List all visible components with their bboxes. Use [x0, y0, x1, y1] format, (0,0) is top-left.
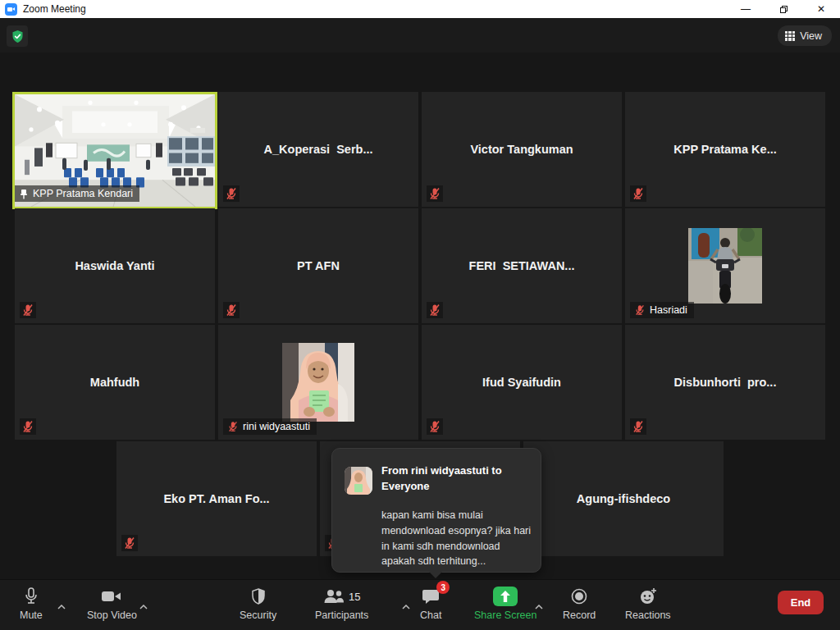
stop-video-button[interactable]: Stop Video: [87, 587, 137, 621]
reactions-button[interactable]: Reactions: [625, 587, 671, 621]
participant-tile[interactable]: Haswida Yanti: [15, 208, 215, 323]
chat-button[interactable]: 3 Chat: [420, 587, 441, 621]
participant-name-chip: KPP Pratama Kendari: [15, 185, 139, 202]
record-label: Record: [563, 609, 596, 621]
participant-name: Agung-ifishdeco: [577, 492, 670, 505]
chat-label: Chat: [420, 609, 441, 621]
chat-unread-badge: 3: [436, 581, 450, 594]
share-screen-button[interactable]: Share Screen: [474, 587, 536, 621]
shield-check-icon: [11, 30, 25, 43]
chat-popup-title: From rini widyaastuti to Everyone: [381, 463, 529, 495]
participant-name: Disbunhorti pro...: [674, 376, 777, 389]
participant-name: Haswida Yanti: [75, 259, 154, 272]
microphone-icon: [24, 587, 39, 606]
record-icon: [571, 587, 587, 606]
muted-mic-icon: [121, 535, 138, 551]
participant-name: Mahfudh: [90, 376, 139, 389]
participant-name: PT AFN: [297, 259, 340, 272]
participant-tile[interactable]: Agung-ifishdeco: [523, 441, 724, 556]
chat-sender-avatar: [345, 467, 372, 495]
view-button-label: View: [800, 30, 822, 42]
security-label: Security: [240, 609, 276, 621]
muted-mic-icon: [223, 302, 240, 318]
participant-name: A_Koperasi Serb...: [264, 143, 373, 156]
meeting-top-bar: View: [0, 18, 840, 52]
participant-name: Eko PT. Aman Fo...: [163, 492, 269, 505]
participant-name: FERI SETIAWAN...: [469, 259, 575, 272]
title-bar: Zoom Meeting — ✕: [0, 0, 840, 18]
meeting-info-button[interactable]: [7, 25, 28, 47]
participants-icon: [323, 588, 345, 605]
security-button[interactable]: Security: [240, 587, 276, 621]
participants-options-caret[interactable]: [402, 598, 410, 613]
chat-popup-message: kapan kami bisa mulai mendownload esopny…: [381, 508, 534, 569]
hasriadi-profile-photo: [688, 228, 762, 304]
muted-mic-icon: [630, 418, 646, 435]
participant-tile[interactable]: KPP Pratama Ke...: [625, 92, 825, 207]
muted-mic-icon: [227, 421, 239, 432]
gallery-grid-icon: [785, 31, 795, 41]
restore-icon: [780, 6, 788, 13]
popup-pointer: [429, 572, 442, 578]
participant-tile-video[interactable]: KPP Pratama Kendari: [12, 92, 217, 209]
muted-mic-icon: [634, 304, 646, 316]
mute-options-caret[interactable]: [57, 598, 66, 613]
muted-mic-icon: [20, 302, 36, 318]
end-meeting-button[interactable]: End: [778, 591, 824, 614]
participant-name: Hasriadi: [650, 304, 687, 316]
restore-button[interactable]: [765, 0, 802, 18]
participant-tile[interactable]: FERI SETIAWAN...: [422, 208, 622, 323]
participant-name: KPP Pratama Ke...: [673, 143, 776, 156]
window-title: Zoom Meeting: [23, 3, 86, 15]
meeting-toolbar: Mute Stop Video Security: [0, 579, 840, 630]
participant-tile[interactable]: Ifud Syaifudin: [422, 325, 622, 440]
participant-tile[interactable]: Mahfudh: [15, 325, 215, 440]
close-button[interactable]: ✕: [802, 0, 840, 18]
mute-button[interactable]: Mute: [20, 587, 43, 621]
security-shield-icon: [251, 587, 266, 606]
reactions-smiley-icon: [639, 587, 657, 606]
participants-label: Participants: [315, 609, 368, 621]
zoom-meeting-window: Zoom Meeting — ✕ View: [0, 0, 840, 630]
muted-mic-icon: [20, 418, 36, 435]
share-screen-icon: [493, 587, 518, 606]
participant-name: Ifud Syaifudin: [482, 376, 561, 389]
muted-mic-icon: [223, 185, 240, 202]
participant-tile[interactable]: PT AFN: [218, 208, 418, 323]
participant-name-chip: rini widyaastuti: [223, 418, 317, 435]
reactions-label: Reactions: [625, 609, 671, 621]
participant-name: KPP Pratama Kendari: [33, 188, 133, 199]
camera-icon: [101, 587, 122, 606]
share-screen-label: Share Screen: [474, 609, 536, 621]
participant-name-chip: Hasriadi: [630, 302, 694, 318]
participant-tile[interactable]: Victor Tangkuman: [422, 92, 622, 207]
participant-tile[interactable]: A_Koperasi Serb...: [218, 92, 418, 207]
participant-tile[interactable]: rini widyaastuti: [218, 325, 418, 440]
participant-tile[interactable]: Hasriadi: [625, 208, 825, 323]
zoom-app-icon: [5, 3, 17, 16]
muted-mic-icon: [630, 185, 646, 202]
mute-label: Mute: [20, 609, 43, 621]
video-options-caret[interactable]: [139, 598, 148, 613]
participant-tile[interactable]: Disbunhorti pro...: [625, 325, 825, 440]
record-button[interactable]: Record: [563, 587, 596, 621]
participant-name: rini widyaastuti: [243, 421, 310, 432]
participant-tile[interactable]: Eko PT. Aman Fo...: [116, 441, 317, 556]
pin-icon: [19, 189, 29, 199]
minimize-button[interactable]: —: [727, 0, 765, 18]
rini-profile-photo: [282, 343, 354, 422]
participant-name: Victor Tangkuman: [470, 143, 573, 156]
chat-notification-popup[interactable]: From rini widyaastuti to Everyone kapan …: [331, 448, 541, 573]
view-button[interactable]: View: [778, 25, 832, 46]
participants-count: 15: [349, 591, 360, 603]
muted-mic-icon: [427, 185, 443, 202]
stop-video-label: Stop Video: [87, 609, 137, 621]
muted-mic-icon: [427, 302, 443, 318]
muted-mic-icon: [427, 418, 443, 435]
participants-button[interactable]: 15 Participants: [315, 587, 368, 621]
share-options-caret[interactable]: [535, 598, 543, 613]
